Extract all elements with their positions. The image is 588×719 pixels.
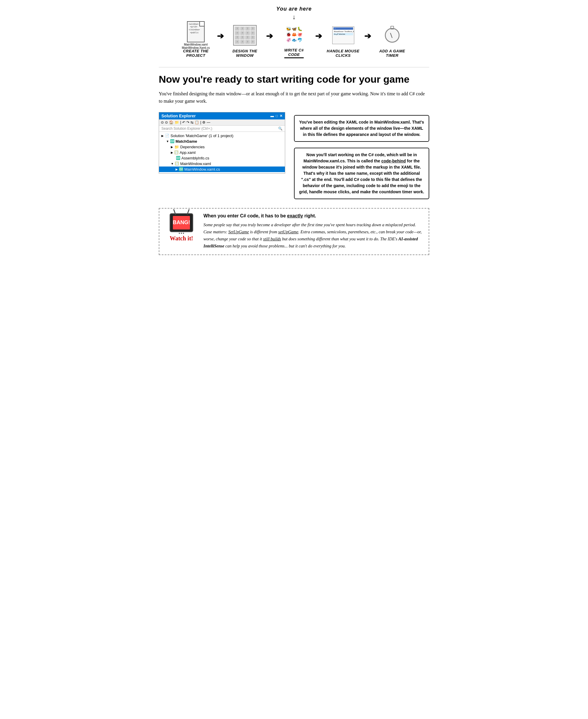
ec1: 🐝 <box>286 26 291 32</box>
main-heading: Now you're ready to start writing code f… <box>159 73 429 85</box>
wc10: ? <box>240 36 245 39</box>
triangle-icon: ▶ <box>171 151 173 154</box>
triangle-icon: ▶ <box>162 134 164 137</box>
tb-icon6[interactable]: ↷ <box>186 120 189 124</box>
tv-screen: BANG! <box>173 216 190 229</box>
minimize-button[interactable]: ▬ <box>271 114 274 118</box>
mouse-click-screenshot: / > MouseDown="TextBlock_MouseDown"/> Aa… <box>332 26 354 44</box>
wc13: ? <box>235 40 239 44</box>
ec5: 🦀 <box>292 32 297 37</box>
se-mainwindow-cs-row[interactable]: ▶ C# MainWindow.xaml.cs <box>159 166 285 172</box>
stopwatch-icon <box>383 26 401 45</box>
wc15: ? <box>245 40 250 44</box>
stopwatch-hand <box>390 33 393 38</box>
step2-label: Design theWindow <box>233 49 257 58</box>
step3-label: Write C#Code <box>284 48 304 58</box>
se-assemblyinfo-row[interactable]: C# AssemblyInfo.cs <box>159 155 285 161</box>
close-button[interactable]: ✕ <box>279 114 282 118</box>
step2-image: ? ? ? ? ? ? ? ? ? ? ? ? ? ? ? ? <box>233 23 257 47</box>
step4-image: / > MouseDown="TextBlock_MouseDown"/> Aa… <box>332 23 354 47</box>
tb-separator2: | <box>200 120 201 124</box>
watchit-content: When you enter C# code, it has to be exa… <box>204 213 423 250</box>
wc14: ? <box>240 40 245 44</box>
tb-icon3[interactable]: 🏠 <box>169 120 173 124</box>
search-icon[interactable]: 🔍 <box>278 126 282 131</box>
code-emoji-icon: 🐝 🦋 🐛 🐞 🦀 🐙 🦑 🐟 🐬 <box>282 24 306 45</box>
step-write-code: 🐝 🦋 🐛 🐞 🦀 🐙 🦑 🐟 🐬 Write C#Code <box>273 23 315 58</box>
tb-icon2[interactable]: ⊙ <box>165 120 168 124</box>
wc4: ? <box>251 27 255 30</box>
se-project-row[interactable]: ▼ C# MatchGame <box>159 139 285 144</box>
arrow1: ➔ <box>217 31 224 41</box>
triangle-icon: ▶ <box>175 168 178 171</box>
triangle-icon: ▶ <box>171 145 173 148</box>
document-icon: <window> <grid> </window> <public <box>187 21 205 42</box>
restore-button[interactable]: □ <box>276 114 278 118</box>
tv-body: BANG! <box>170 213 193 232</box>
bang-label: BANG! <box>173 220 190 226</box>
se-search-bar[interactable]: Search Solution Explorer (Ctrl+;) 🔍 <box>159 126 285 132</box>
tv-dot3 <box>183 233 184 234</box>
callout-cs-explanation: Now you'll start working on the C# code,… <box>294 148 429 199</box>
wc1: ? <box>235 27 239 30</box>
tb-icon8[interactable]: 📋 <box>195 120 199 124</box>
tb-icon1[interactable]: ⊙ <box>161 120 164 124</box>
se-tree: ▶ 📄 Solution 'MatchGame' (1 of 1 project… <box>159 132 285 173</box>
watchit-body: Some people say that you truly become a … <box>204 222 423 250</box>
se-left-panel: Solution Explorer ▬ □ ✕ ⊙ ⊙ 🏠 📁 | ↶ ↷ ⇆ … <box>159 112 285 173</box>
wc8: ? <box>251 31 255 35</box>
se-mainwindow-xaml-row[interactable]: ▼ 📄 MainWindow.xaml <box>159 161 285 166</box>
se-title: Solution Explorer <box>162 114 196 118</box>
wc3: ? <box>245 27 250 30</box>
tb-icon7[interactable]: ⇆ <box>190 120 193 124</box>
callout1-text: You've been editing the XAML code in Mai… <box>299 120 424 137</box>
step1-label: Create theProject <box>183 49 208 58</box>
callout-xaml-explanation: You've been editing the XAML code in Mai… <box>294 115 429 142</box>
watchit-title: When you enter C# code, it has to be exa… <box>204 213 423 219</box>
mainwindow-xaml-label: MainWindow.xaml <box>180 162 211 166</box>
step1-image: <window> <grid> </window> <public MainWi… <box>182 23 210 47</box>
watchit-section: BANG! Watch it! When you enter C# code, … <box>159 208 429 255</box>
you-are-here-label: You are here <box>276 6 312 12</box>
se-callouts: You've been editing the XAML code in Mai… <box>294 112 429 199</box>
wc12: ? <box>251 36 255 39</box>
se-solution-row[interactable]: ▶ 📄 Solution 'MatchGame' (1 of 1 project… <box>159 133 285 139</box>
se-dependencies-row[interactable]: ▶ 📁 Dependencies <box>159 144 285 150</box>
wc2: ? <box>240 27 245 30</box>
tv-antenna-right <box>187 209 190 215</box>
doc-caption: MainWindow.xamlMainWindow.Xaml.cs <box>182 43 210 49</box>
tb-icon5[interactable]: ↶ <box>182 120 185 124</box>
ec4: 🐞 <box>286 32 291 37</box>
step5-label: Add a GameTimer <box>379 49 405 58</box>
tb-icon10[interactable]: — <box>207 120 210 124</box>
tv-dot1 <box>179 233 180 234</box>
arrow2: ➔ <box>266 31 273 41</box>
tv-icon-wrapper: BANG! Watch it! <box>165 213 197 242</box>
step4-label: Handle MouseClicks <box>327 49 359 58</box>
se-app-xaml-row[interactable]: ▶ 📄 App.xaml <box>159 150 285 155</box>
xaml-icon: 📄 <box>175 162 179 166</box>
watch-it-label: Watch it! <box>170 235 193 242</box>
wc7: ? <box>245 31 250 35</box>
window-design-icon: ? ? ? ? ? ? ? ? ? ? ? ? ? ? ? ? <box>233 25 257 46</box>
step-handle-clicks: / > MouseDown="TextBlock_MouseDown"/> Aa… <box>322 23 364 58</box>
step-game-timer: Add a GameTimer <box>372 23 413 58</box>
se-search-placeholder: Search Solution Explorer (Ctrl+;) <box>162 126 212 131</box>
cs-icon-selected: C# <box>179 167 183 171</box>
se-toolbar: ⊙ ⊙ 🏠 📁 | ↶ ↷ ⇆ 📋 | ⚙ — <box>159 120 285 126</box>
mainwindow-cs-label: MainWindow.xaml.cs <box>184 167 220 171</box>
triangle-icon: ▼ <box>166 140 169 143</box>
progress-section: You are here ↓ <window> <grid> </window>… <box>159 6 429 58</box>
wc6: ? <box>240 31 245 35</box>
arrow4: ➔ <box>364 31 371 41</box>
se-window-controls[interactable]: ▬ □ ✕ <box>271 114 282 118</box>
solution-explorer[interactable]: Solution Explorer ▬ □ ✕ ⊙ ⊙ 🏠 📁 | ↶ ↷ ⇆ … <box>159 112 285 173</box>
ec6: 🐙 <box>297 32 302 37</box>
tb-icon4[interactable]: 📁 <box>175 120 179 124</box>
folder-icon: 📁 <box>174 145 179 149</box>
tb-separator1: | <box>180 120 181 124</box>
tb-icon9[interactable]: ⚙ <box>202 120 206 124</box>
stopwatch-body <box>385 28 400 43</box>
step3-image: 🐝 🦋 🐛 🐞 🦀 🐙 🦑 🐟 🐬 <box>282 23 306 46</box>
intro-text: You've finished designing the main windo… <box>159 90 429 105</box>
